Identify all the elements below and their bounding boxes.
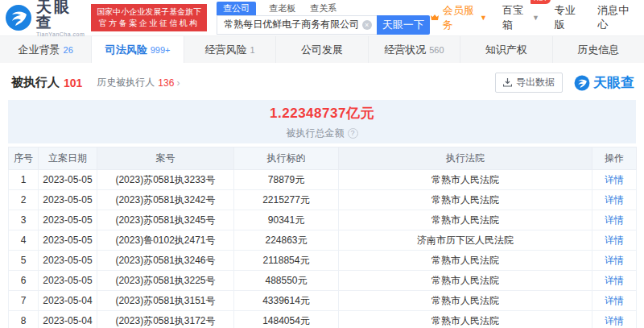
- cell-execution-court: 常熟市人民法院: [339, 190, 592, 210]
- export-data-button[interactable]: 导出数据: [495, 73, 563, 93]
- menu-pro-version[interactable]: 专业版: [555, 3, 582, 32]
- menu-toolbox[interactable]: HOT 百宝箱 ▼: [502, 3, 539, 32]
- cell-no: 8: [9, 311, 39, 328]
- search-tab-relation[interactable]: 查关系: [308, 2, 338, 15]
- menu-messages-label: 消息中心: [597, 3, 634, 32]
- tab-business-status[interactable]: 经营状况 560: [369, 36, 460, 63]
- table-header-row: 序号 立案日期 案号 执行标的 执行法院 操作: [9, 147, 637, 170]
- history-executed-link[interactable]: 历史被执行人 136 ›: [97, 76, 180, 89]
- tab-historical-info[interactable]: 历史信息: [553, 36, 644, 63]
- table-row: 8 2023-05-04 (2023)苏0581执3172号 1484054元 …: [9, 311, 637, 328]
- tab-operational-risk[interactable]: 经营风险 1: [184, 36, 276, 63]
- tianyancha-page: 天眼查 TianYanCha.com 国家中小企业发展子基金旗下 官方备案企业征…: [0, 0, 644, 328]
- gov-certification-badge: 国家中小企业发展子基金旗下 官方备案企业征信机构: [91, 4, 207, 31]
- tab-company-background[interactable]: 企业背景 26: [0, 36, 92, 63]
- col-header-action: 操作: [592, 147, 637, 170]
- cell-case-number: (2023)苏0581执3233号: [97, 170, 234, 190]
- menu-toolbox-label: 百宝箱: [502, 3, 529, 32]
- cell-execution-target: 78879元: [234, 170, 339, 190]
- cell-execution-target: 224863元: [234, 230, 339, 251]
- cell-filing-date: 2023-05-05: [39, 210, 97, 230]
- detail-link[interactable]: 详情: [605, 194, 624, 206]
- section-title: 被执行人: [11, 75, 60, 90]
- cell-filing-date: 2023-05-05: [39, 230, 97, 251]
- tab-intellectual-property[interactable]: 知识产权: [460, 36, 552, 63]
- tianyancha-logo-icon: [5, 4, 32, 31]
- cell-no: 5: [9, 251, 39, 271]
- cell-execution-court: 常熟市人民法院: [339, 291, 592, 311]
- watermark-text: 天眼查: [593, 73, 634, 92]
- search-button[interactable]: 天眼一下: [377, 15, 430, 35]
- badge-line2: 官方备案企业征信机构: [97, 18, 201, 29]
- hot-badge: HOT: [530, 0, 551, 4]
- col-header-filing-date: 立案日期: [39, 147, 97, 170]
- table-row: 4 2023-05-05 (2023)鲁0102执2471号 224863元 济…: [9, 230, 637, 251]
- search-tab-boss[interactable]: 查老板: [267, 2, 297, 15]
- table-row: 7 2023-05-04 (2023)苏0581执3151号 4339614元 …: [9, 291, 637, 311]
- brand-name: 天眼查: [36, 0, 85, 30]
- executed-persons-table: 序号 立案日期 案号 执行标的 执行法院 操作 1 2023-05-05 (20…: [8, 147, 637, 328]
- cell-no: 3: [9, 210, 39, 230]
- tab-count: 999+: [151, 45, 171, 55]
- table-row: 2 2023-05-05 (2023)苏0581执3242号 2215277元 …: [9, 190, 637, 210]
- tianyancha-watermark-icon: [574, 75, 590, 91]
- cell-filing-date: 2023-05-05: [39, 251, 97, 271]
- cell-filing-date: 2023-05-05: [39, 190, 97, 210]
- section-header: 被执行人 101 历史被执行人 136 › 导出数据 天眼查: [0, 63, 644, 100]
- cell-case-number: (2023)苏0581执3246号: [97, 251, 234, 271]
- cell-case-number: (2023)鲁0102执2471号: [97, 230, 234, 251]
- cell-execution-target: 488550元: [234, 271, 339, 291]
- chevron-right-icon: ›: [176, 77, 180, 89]
- menu-vip-services[interactable]: 会员服务 ▼: [430, 3, 487, 32]
- clear-icon[interactable]: ×: [362, 20, 372, 30]
- detail-link[interactable]: 详情: [605, 235, 624, 246]
- table-row: 3 2023-05-05 (2023)苏0581执3245号 90341元 常熟…: [9, 210, 637, 230]
- topbar: 天眼查 TianYanCha.com 国家中小企业发展子基金旗下 官方备案企业征…: [0, 0, 644, 35]
- cell-filing-date: 2023-05-04: [39, 291, 97, 311]
- menu-pro-label: 专业版: [555, 3, 582, 32]
- cell-filing-date: 2023-05-05: [39, 271, 97, 291]
- cell-execution-target: 90341元: [234, 210, 339, 230]
- tab-company-development[interactable]: 公司发展: [276, 36, 368, 63]
- col-header-case-number: 案号: [97, 147, 234, 170]
- detail-link[interactable]: 详情: [605, 214, 624, 226]
- search-tab-company[interactable]: 查公司: [217, 2, 256, 15]
- top-menu: 会员服务 ▼ HOT 百宝箱 ▼ 专业版 消息中心: [430, 3, 638, 32]
- cell-filing-date: 2023-05-05: [39, 170, 97, 190]
- search-tabs: 查公司 查老板 查关系: [217, 2, 429, 15]
- badge-line1: 国家中小企业发展子基金旗下: [97, 6, 201, 18]
- menu-message-center[interactable]: 消息中心: [597, 3, 634, 32]
- cell-filing-date: 2023-05-04: [39, 311, 97, 328]
- search-input[interactable]: [217, 15, 376, 35]
- amount-label: 被执行总金额: [287, 127, 345, 140]
- menu-vip-label: 会员服务: [443, 3, 477, 32]
- chevron-down-icon: ▼: [532, 14, 539, 22]
- search-block: 查公司 查老板 查关系 × 天眼一下: [217, 2, 429, 35]
- detail-link[interactable]: 详情: [605, 174, 624, 185]
- tianyancha-watermark: 天眼查: [574, 73, 634, 92]
- detail-link[interactable]: 详情: [605, 315, 624, 326]
- detail-link[interactable]: 详情: [605, 295, 624, 306]
- detail-link[interactable]: 详情: [605, 275, 624, 286]
- cell-case-number: (2023)苏0581执3151号: [97, 291, 234, 311]
- cell-case-number: (2023)苏0581执3172号: [97, 311, 234, 328]
- cell-no: 6: [9, 271, 39, 291]
- tab-count: 1: [250, 45, 254, 55]
- cell-execution-court: 常熟市人民法院: [339, 251, 592, 271]
- cell-execution-target: 1484054元: [234, 311, 339, 328]
- cell-case-number: (2023)苏0581执3245号: [97, 210, 234, 230]
- detail-link[interactable]: 详情: [605, 255, 624, 266]
- cell-case-number: (2023)苏0581执3242号: [97, 190, 234, 210]
- help-icon[interactable]: ?: [348, 128, 358, 139]
- tianyancha-logo[interactable]: 天眼查 TianYanCha.com: [5, 0, 85, 37]
- cell-no: 2: [9, 190, 39, 210]
- cell-case-number: (2023)苏0581执3225号: [97, 271, 234, 291]
- tab-count: 26: [64, 45, 73, 55]
- tab-judicial-risk[interactable]: 司法风险 999+: [92, 36, 184, 63]
- cell-execution-target: 2118854元: [234, 251, 339, 271]
- table-row: 6 2023-05-05 (2023)苏0581执3225号 488550元 常…: [9, 271, 637, 291]
- search-bar: × 天眼一下: [217, 15, 429, 35]
- download-icon: [503, 78, 512, 87]
- cell-execution-court: 常熟市人民法院: [339, 170, 592, 190]
- cell-execution-court: 常熟市人民法院: [339, 311, 592, 328]
